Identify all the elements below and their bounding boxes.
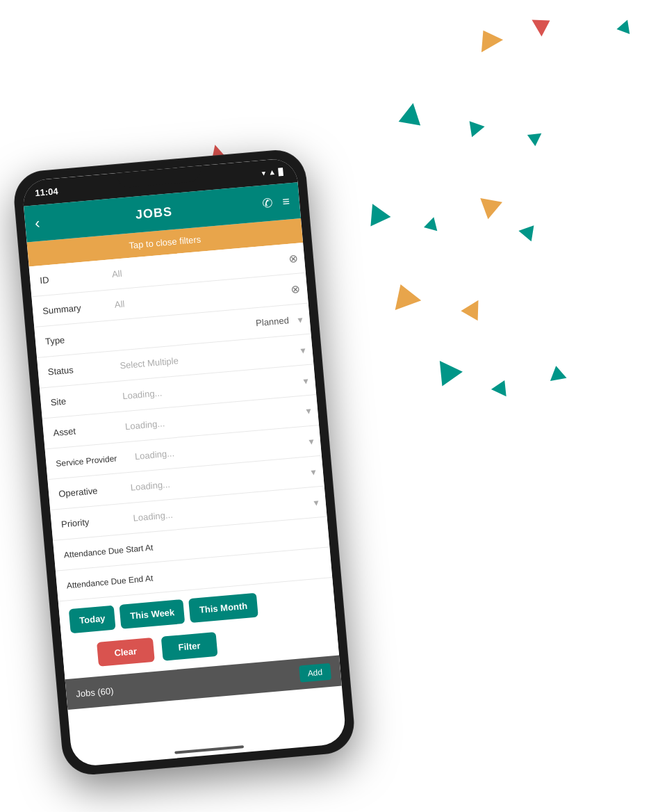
phone-call-icon[interactable]: ✆ <box>262 195 274 211</box>
add-button[interactable]: Add <box>299 663 331 683</box>
svg-marker-2 <box>420 9 444 33</box>
filter-label-type: Type <box>44 330 115 347</box>
back-button[interactable]: ‹ <box>34 214 41 233</box>
filter-label-site: Site <box>50 391 120 408</box>
phone-outer: 11:04 ▾ ▲ ▉ ‹ JOBS ✆ ≡ Tap to close filt… <box>13 148 356 776</box>
dropdown-operative-icon[interactable]: ▾ <box>311 466 316 478</box>
today-button[interactable]: Today <box>69 606 116 634</box>
dropdown-priority-icon[interactable]: ▾ <box>313 496 319 508</box>
svg-marker-14 <box>473 190 502 220</box>
filter-button[interactable]: Filter <box>160 632 218 661</box>
clear-button[interactable]: Clear <box>97 638 154 667</box>
phone-screen: 11:04 ▾ ▲ ▉ ‹ JOBS ✆ ≡ Tap to close filt… <box>22 157 347 767</box>
filter-label-operative: Operative <box>58 482 129 499</box>
svg-marker-1 <box>240 42 254 56</box>
svg-marker-12 <box>363 200 391 227</box>
svg-marker-18 <box>429 354 463 387</box>
jobs-count: Jobs (60) <box>76 685 114 699</box>
svg-marker-7 <box>399 101 425 125</box>
svg-marker-13 <box>424 216 440 232</box>
filter-banner-text: Tap to close filters <box>129 234 201 251</box>
filter-label-asset: Asset <box>53 422 123 439</box>
dropdown-serviceprovider-icon[interactable]: ▾ <box>308 435 313 447</box>
dropdown-type-icon[interactable]: ▾ <box>297 314 303 325</box>
dropdown-site-icon[interactable]: ▾ <box>303 375 308 387</box>
filter-label-id: ID <box>40 269 110 286</box>
dropdown-asset-icon[interactable]: ▾ <box>306 405 311 416</box>
menu-icon[interactable]: ≡ <box>281 194 290 209</box>
status-icons: ▾ ▲ ▉ <box>261 166 285 177</box>
phone-notch <box>117 165 201 188</box>
svg-marker-3 <box>472 24 503 53</box>
svg-marker-0 <box>273 20 293 42</box>
svg-marker-20 <box>547 364 566 381</box>
svg-marker-6 <box>617 17 634 34</box>
home-indicator <box>174 745 244 754</box>
svg-marker-16 <box>388 279 422 310</box>
phone-device: 11:04 ▾ ▲ ▉ ‹ JOBS ✆ ≡ Tap to close filt… <box>13 148 356 776</box>
filter-content: ID All ⊗ Summary All ⊗ Type Planned ▾ <box>29 243 339 679</box>
signal-icon: ▲ <box>268 168 277 177</box>
svg-marker-9 <box>527 128 545 147</box>
status-time: 11:04 <box>35 186 58 198</box>
dropdown-status-icon[interactable]: ▾ <box>300 344 306 356</box>
filter-label-priority: Priority <box>60 513 131 530</box>
svg-marker-4 <box>532 12 554 36</box>
battery-icon: ▉ <box>279 167 285 175</box>
this-month-button[interactable]: This Month <box>189 593 258 623</box>
svg-marker-19 <box>491 377 512 396</box>
this-week-button[interactable]: This Week <box>120 599 186 629</box>
svg-marker-8 <box>463 116 484 138</box>
svg-marker-15 <box>518 220 540 242</box>
svg-marker-17 <box>461 295 486 321</box>
clear-id-icon[interactable]: ⊗ <box>288 252 298 266</box>
svg-marker-5 <box>583 32 602 51</box>
filter-label-summary: Summary <box>42 300 113 316</box>
filter-label-status: Status <box>47 361 117 377</box>
wifi-icon: ▾ <box>261 168 266 177</box>
clear-summary-icon[interactable]: ⊗ <box>290 282 301 296</box>
filter-label-serviceprovider: Service Provider <box>56 452 133 469</box>
header-icons: ✆ ≡ <box>262 193 290 211</box>
filter-value-type: Planned <box>256 315 290 328</box>
